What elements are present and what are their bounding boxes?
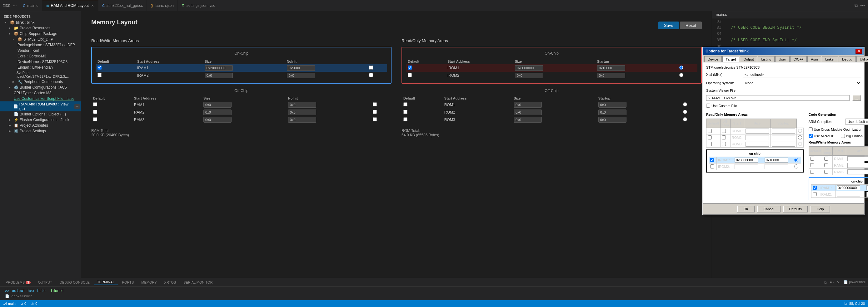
d-irom1-startup[interactable]: [794, 158, 798, 162]
irom2-start[interactable]: [515, 73, 543, 78]
ram3-check[interactable]: [93, 117, 97, 122]
d-ram3-start[interactable]: [847, 169, 868, 174]
tab-launch[interactable]: {} launch.json: [147, 0, 178, 11]
dialog-tab-utilities[interactable]: Utilities: [857, 56, 868, 62]
d-irom2-size[interactable]: [765, 164, 788, 169]
rom3-check[interactable]: [403, 117, 407, 122]
dialog-tab-output[interactable]: Output: [740, 56, 757, 62]
d-rom2-offchip[interactable]: [722, 135, 726, 139]
d-rom3-default[interactable]: [708, 142, 712, 146]
os-select[interactable]: None: [743, 80, 861, 86]
sysviewer-browse-btn[interactable]: ...: [852, 95, 861, 101]
help-button[interactable]: Help: [810, 206, 830, 212]
d-ram1-start[interactable]: [847, 156, 868, 161]
irom1-startup[interactable]: [679, 66, 683, 70]
sidebar-item-builder-options[interactable]: 📄 Builder Options : Object (...): [0, 111, 81, 117]
dialog-tab-asm[interactable]: Asm: [807, 56, 821, 62]
dialog-tab-cpp[interactable]: C/C++: [790, 56, 807, 62]
iram2-default-check[interactable]: [97, 73, 101, 77]
d-rom3-offchip[interactable]: [722, 142, 726, 146]
terminal-tab-debug[interactable]: DEBUG CONSOLE: [57, 280, 93, 285]
ram2-size[interactable]: [288, 109, 316, 115]
iram1-noinit[interactable]: [369, 66, 373, 70]
warning-count[interactable]: ⚠ 0: [31, 302, 37, 306]
sidebar-item-peripheral[interactable]: ▶ 🔧 Peripheral Components: [0, 79, 81, 84]
iram2-size[interactable]: [287, 73, 315, 78]
d-iram2-size[interactable]: [866, 192, 868, 197]
d-ram1-default[interactable]: [810, 157, 814, 161]
defaults-button[interactable]: Defaults: [783, 206, 808, 212]
rom2-size[interactable]: [598, 109, 626, 115]
d-irom1-size[interactable]: [765, 158, 788, 163]
ok-button[interactable]: OK: [737, 206, 754, 212]
ram2-start[interactable]: [204, 109, 231, 115]
sidebar-item-project-attr[interactable]: ▶ 📋 Project Attributes: [0, 123, 81, 128]
ram1-start[interactable]: [204, 102, 231, 108]
options-dialog[interactable]: Options for Target 'blink' ✕ Device Targ…: [703, 47, 865, 215]
rom3-start[interactable]: [514, 117, 542, 123]
dialog-tab-user[interactable]: User: [775, 56, 789, 62]
d-irom1-start[interactable]: [735, 158, 758, 163]
terminal-tab-problems[interactable]: PROBLEMS 3: [2, 280, 34, 285]
sidebar-item-builder-cfg[interactable]: ▾ ⚙️ Builder Configurations : AC5: [0, 84, 81, 90]
dialog-tab-device[interactable]: Device: [704, 56, 722, 62]
dialog-close-button[interactable]: ✕: [856, 49, 862, 54]
arm-compiler-select[interactable]: Use default compiler version 5: [845, 118, 868, 125]
d-rom3-startup[interactable]: [798, 142, 802, 146]
terminal-tab-output[interactable]: OUTPUT: [35, 280, 55, 285]
rom2-start[interactable]: [514, 109, 542, 115]
d-ram2-offchip[interactable]: [824, 163, 828, 167]
terminal-more-icon[interactable]: •••: [830, 280, 834, 284]
tab-gpio[interactable]: C stm32f1xx_hal_gpio.c: [98, 0, 147, 11]
rom1-start[interactable]: [514, 102, 542, 108]
d-rom2-start[interactable]: [746, 135, 769, 140]
d-rom1-size[interactable]: [772, 129, 795, 134]
dialog-tab-target[interactable]: Target: [722, 56, 740, 62]
d-irom2-start[interactable]: [735, 164, 758, 169]
rom1-startup[interactable]: [683, 102, 687, 106]
d-iram1-size[interactable]: [866, 185, 868, 190]
d-irom2-startup[interactable]: [794, 164, 798, 168]
d-irom2-default[interactable]: [710, 164, 714, 168]
sidebar-item-stm32[interactable]: ▾ 📦 STM32F1xx_DFP: [0, 36, 81, 42]
d-rom1-offchip[interactable]: [722, 129, 726, 133]
sidebar-item-ram-rom[interactable]: 📄 RAM And ROM Layout : View (...) ✏: [0, 101, 81, 111]
d-rom1-start[interactable]: [746, 129, 769, 134]
iram1-size[interactable]: [287, 65, 315, 71]
rom2-check[interactable]: [403, 110, 407, 114]
iram1-default-check[interactable]: [97, 66, 101, 70]
d-iram1-default[interactable]: [813, 185, 817, 190]
rom1-size[interactable]: [598, 102, 626, 108]
terminal-split-icon[interactable]: ⧉: [824, 280, 827, 284]
d-rom3-size[interactable]: [772, 142, 795, 147]
sidebar-item-blink[interactable]: ▾ 📦 blink : blink: [0, 20, 81, 25]
ram3-size[interactable]: [288, 117, 316, 123]
linker-script-label[interactable]: Use Custom Linker Script File : false: [14, 96, 74, 101]
terminal-tab-memory[interactable]: MEMORY: [138, 280, 160, 285]
terminal-tab-xrtos[interactable]: XRTOS: [161, 280, 179, 285]
save-button[interactable]: Save: [658, 22, 679, 29]
ram1-noinit[interactable]: [373, 102, 377, 106]
d-iram2-start[interactable]: [837, 192, 860, 197]
d-ram2-start[interactable]: [847, 163, 868, 168]
sidebar-item-project-resources[interactable]: ▾ 📁 Project Resources: [0, 25, 81, 31]
sidebar-item-linker-script[interactable]: Use Custom Linker Script File : false: [0, 96, 81, 101]
sidebar-item-flasher[interactable]: ▶ ⚡ Flasher Configurations : JLink: [0, 117, 81, 123]
error-count[interactable]: ⊘ 0: [21, 302, 26, 306]
rom1-check[interactable]: [403, 102, 407, 106]
split-editor-icon[interactable]: ⧉: [855, 3, 858, 8]
iram1-start[interactable]: [205, 65, 233, 71]
big-endian-check[interactable]: [841, 134, 845, 138]
ram2-check[interactable]: [93, 110, 97, 114]
ram3-noinit[interactable]: [373, 117, 377, 122]
d-rom2-size[interactable]: [772, 135, 795, 140]
cancel-button[interactable]: Cancel: [757, 206, 780, 212]
d-ram1-offchip[interactable]: [824, 157, 828, 161]
irom1-default-check[interactable]: [408, 66, 412, 70]
powershell-item[interactable]: 📄 powershell: [844, 280, 866, 284]
microlib-check[interactable]: [809, 134, 813, 138]
branch-indicator[interactable]: ⎇ main: [3, 302, 16, 306]
irom1-start[interactable]: [515, 65, 543, 71]
custom-file-check[interactable]: [706, 104, 710, 108]
reset-button[interactable]: Reset: [680, 22, 702, 29]
